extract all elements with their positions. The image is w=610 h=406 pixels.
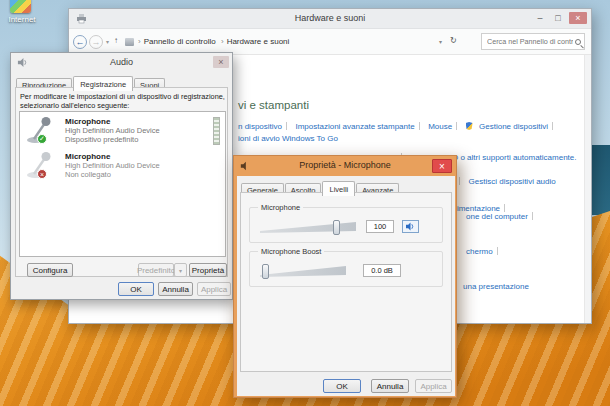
slider-track[interactable]	[260, 266, 346, 277]
device-description: High Definition Audio Device	[65, 126, 160, 135]
instruction-text-line2: selezionarlo dall'elenco seguente:	[20, 101, 129, 110]
uac-shield-icon	[466, 122, 473, 130]
audio-dialog-title: Audio	[11, 57, 232, 67]
link-manage-audio-devices[interactable]: Gestisci dispositivi audio	[469, 177, 556, 186]
microphone-group-label: Microphone	[258, 203, 303, 212]
mic-tabs: GeneraleAscoltoLivelliAvanzate	[241, 179, 451, 193]
device-status: Non collegato	[65, 170, 111, 179]
link-computer-sleep[interactable]: one del computer	[466, 212, 528, 221]
address-dropdown-icon[interactable]: ▾	[439, 38, 442, 45]
input-level-meter	[213, 117, 220, 145]
mic-cancel-button[interactable]: Annulla	[371, 379, 409, 393]
mic-ok-button[interactable]: OK	[323, 379, 361, 393]
links-row-windows-to-go: ioni di avvio Windows To Go	[238, 127, 338, 145]
mic-dialog-title: Proprietà - Microphone	[234, 160, 456, 170]
desktop: Internet Hardware e suoni – □ × ← → ▾ ↑ …	[0, 0, 610, 406]
link-screen[interactable]: chermo	[466, 247, 493, 256]
audio-cancel-button[interactable]: Annulla	[158, 282, 193, 296]
refresh-icon[interactable]: ↻	[450, 36, 457, 45]
microphone-boost-slider[interactable]	[260, 264, 346, 279]
slider-track[interactable]	[260, 222, 356, 233]
breadcrumb-chevron-icon: ›	[221, 37, 224, 46]
speaker-unmuted-icon	[405, 222, 416, 231]
search-box[interactable]	[481, 33, 585, 50]
desktop-icon-internet[interactable]	[10, 0, 31, 13]
links-row-screen: chermo	[466, 240, 502, 258]
back-button[interactable]: ←	[73, 35, 87, 49]
set-default-button[interactable]: Predefinito	[138, 263, 174, 277]
device-description: High Definition Audio Device	[65, 161, 160, 170]
search-icon[interactable]	[575, 39, 581, 45]
microphone-boost-group: Microphone Boost 0.0 dB	[249, 251, 443, 287]
forward-button[interactable]: →	[89, 35, 103, 49]
close-button[interactable]: ×	[569, 12, 587, 24]
maximize-button[interactable]: □	[551, 12, 565, 24]
desktop-icon-label[interactable]: Internet	[0, 15, 60, 24]
mic-apply-button[interactable]: Applica	[415, 379, 452, 393]
search-input[interactable]	[485, 36, 575, 47]
minimize-button[interactable]: –	[533, 12, 547, 24]
microphone-properties-dialog: Proprietà - Microphone × GeneraleAscolto…	[233, 155, 457, 398]
window-title: Hardware e suoni	[69, 13, 591, 23]
microphone-level-group: Microphone 100	[249, 207, 443, 243]
link-device-manager[interactable]: Gestione dispositivi	[479, 122, 548, 131]
audio-ok-button[interactable]: OK	[118, 282, 154, 296]
device-list-item-unplugged[interactable]: × Microphone High Definition Audio Devic…	[20, 149, 225, 183]
microphone-volume-slider[interactable]	[260, 220, 356, 235]
boost-group-label: Microphone Boost	[258, 247, 324, 256]
tab-registrazione[interactable]: Registrazione	[73, 76, 133, 91]
device-list-item-default[interactable]: ✓ Microphone High Definition Audio Devic…	[20, 114, 225, 148]
slider-thumb[interactable]	[262, 264, 269, 279]
breadcrumb: ›Pannello di controllo ›Hardware e suoni	[138, 37, 289, 46]
properties-button[interactable]: Proprietà	[189, 263, 227, 277]
mic-dialog-body: GeneraleAscoltoLivelliAvanzate Microphon…	[237, 176, 455, 396]
mic-close-button[interactable]: ×	[432, 159, 452, 173]
audio-apply-button[interactable]: Applica	[197, 282, 231, 296]
mic-dialog-titlebar[interactable]: Proprietà - Microphone ×	[234, 156, 456, 176]
device-status: Dispositivo predefinito	[65, 135, 138, 144]
breadcrumb-chevron-icon: ›	[138, 37, 141, 46]
mic-tab-panel: Microphone 100 Microphone Boost	[240, 192, 452, 372]
set-default-dropdown[interactable]: ▾	[174, 263, 187, 277]
device-name: Microphone	[65, 117, 110, 126]
audio-close-button[interactable]: ×	[213, 56, 229, 68]
scrollbar[interactable]	[584, 55, 591, 323]
instruction-text-line1: Per modificare le impostazioni di un dis…	[20, 92, 225, 101]
slider-thumb[interactable]	[333, 220, 340, 235]
link-presentation[interactable]: una presentazione	[463, 282, 529, 291]
unplugged-device-badge: ×	[37, 169, 47, 179]
control-panel-titlebar[interactable]: Hardware e suoni – □ ×	[69, 9, 591, 29]
audio-titlebar[interactable]: Audio ×	[11, 53, 232, 72]
links-row-presentation: una presentazione	[463, 275, 529, 293]
up-button[interactable]: ↑	[114, 36, 118, 45]
audio-dialog: Audio × RiproduzioneRegistrazioneSuoniCo…	[10, 52, 233, 300]
link-windows-to-go[interactable]: ioni di avvio Windows To Go	[238, 134, 338, 143]
microphone-boost-value[interactable]: 0.0 dB	[363, 264, 401, 277]
microphone-volume-value[interactable]: 100	[366, 220, 394, 233]
breadcrumb-item-hardware-sound[interactable]: Hardware e suoni	[227, 37, 290, 46]
configure-button[interactable]: Configura	[27, 263, 73, 277]
device-name: Microphone	[65, 152, 110, 161]
section-heading-devices-printers[interactable]: vi e stampanti	[238, 99, 309, 111]
audio-tabs: RiproduzioneRegistrazioneSuoniComunicazi…	[16, 74, 227, 88]
mute-button[interactable]	[402, 220, 419, 233]
breadcrumb-location-icon	[125, 38, 134, 46]
link-mouse[interactable]: Mouse	[428, 122, 452, 131]
links-row-sleep: one del computer	[466, 205, 537, 223]
tab-livelli[interactable]: Livelli	[322, 181, 355, 196]
nav-dropdown-icon[interactable]: ▾	[106, 38, 109, 45]
recording-device-list[interactable]: ✓ Microphone High Definition Audio Devic…	[19, 111, 226, 257]
default-device-check-badge: ✓	[37, 134, 47, 144]
breadcrumb-item-control-panel[interactable]: Pannello di controllo	[144, 37, 216, 46]
